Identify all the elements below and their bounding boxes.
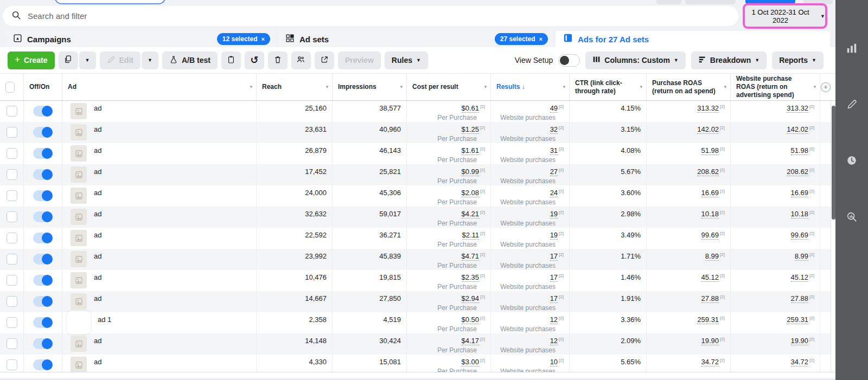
purchase-roas-value[interactable]: 313.32: [697, 104, 719, 113]
results-value[interactable]: 17: [550, 252, 558, 261]
rules-button[interactable]: Rules ▼: [385, 51, 428, 69]
edit-button[interactable]: Edit: [100, 51, 141, 69]
ad-name[interactable]: ad: [94, 231, 101, 239]
ab-test-button[interactable]: A/B test: [162, 51, 218, 69]
ad-name[interactable]: ad: [94, 294, 101, 302]
purchase-roas-value[interactable]: 208.62: [697, 168, 719, 176]
ad-name[interactable]: ad: [94, 168, 101, 176]
inspect-search-icon[interactable]: [846, 211, 858, 225]
ad-active-toggle[interactable]: [33, 127, 53, 138]
tab-ad-sets[interactable]: Ad sets 27 selected ×: [278, 31, 553, 47]
ad-name[interactable]: ad: [94, 125, 101, 133]
results-value[interactable]: 31: [550, 146, 558, 155]
preview-button[interactable]: Preview: [338, 51, 381, 69]
website-roas-value[interactable]: 259.31: [787, 315, 808, 324]
duplicate-options-button[interactable]: ▼: [79, 51, 96, 69]
ad-active-toggle[interactable]: [33, 190, 53, 201]
clear-selection-icon[interactable]: ×: [539, 36, 542, 42]
cost-per-result-value[interactable]: $2.94: [462, 294, 480, 303]
website-roas-value[interactable]: 19.90: [791, 337, 809, 345]
results-value[interactable]: 17: [550, 273, 558, 282]
website-roas-value[interactable]: 16.69: [791, 189, 809, 197]
website-roas-value[interactable]: 10.18: [791, 210, 809, 218]
tab-campaigns[interactable]: Campaigns 12 selected ×: [5, 31, 276, 47]
cost-per-result-value[interactable]: $4.21: [462, 210, 480, 218]
website-roas-value[interactable]: 208.62: [787, 168, 808, 176]
ad-name[interactable]: ad: [94, 104, 101, 112]
website-roas-value[interactable]: 313.32: [787, 104, 808, 113]
results-value[interactable]: 12: [550, 315, 558, 324]
ad-active-toggle[interactable]: [33, 233, 53, 243]
history-clock-icon[interactable]: [846, 154, 858, 169]
ad-active-toggle[interactable]: [33, 148, 53, 159]
website-roas-value[interactable]: 99.69: [791, 231, 809, 240]
column-header-results[interactable]: Results ↓▼: [491, 74, 570, 100]
ad-name[interactable]: ad: [94, 273, 101, 281]
edit-rail-icon[interactable]: [846, 99, 858, 112]
vertical-scrollbar[interactable]: [831, 101, 835, 372]
cost-per-result-value[interactable]: $4.71: [462, 252, 480, 261]
results-value[interactable]: 17: [550, 294, 558, 303]
column-header-impressions[interactable]: Impressions▼: [333, 74, 407, 100]
date-range-selector[interactable]: 1 Oct 2022-31 Oct 2022 ▼: [745, 5, 825, 27]
ad-name[interactable]: ad: [94, 146, 101, 154]
column-header-cost-per-result[interactable]: Cost per result▼: [407, 74, 491, 100]
purchase-roas-value[interactable]: 45.12: [701, 273, 719, 282]
website-roas-value[interactable]: 27.88: [791, 294, 809, 303]
website-roas-value[interactable]: 34.72: [791, 358, 809, 366]
results-value[interactable]: 32: [550, 125, 558, 134]
tab-ads[interactable]: Ads for 27 Ad sets: [556, 31, 830, 47]
ad-name[interactable]: ad: [94, 252, 101, 260]
row-checkbox[interactable]: [7, 317, 17, 328]
columns-button[interactable]: Columns: Custom ▼: [585, 51, 685, 69]
ad-active-toggle[interactable]: [33, 317, 53, 328]
website-roas-value[interactable]: 142.02: [787, 125, 808, 134]
results-value[interactable]: 49: [550, 104, 558, 113]
purchase-roas-value[interactable]: 99.69: [701, 231, 719, 240]
edit-options-button[interactable]: ▼: [142, 51, 158, 69]
purchase-roas-value[interactable]: 27.88: [701, 294, 719, 303]
ad-active-toggle[interactable]: [33, 106, 53, 117]
website-roas-value[interactable]: 51.98: [791, 146, 809, 155]
add-column-icon[interactable]: +: [821, 82, 831, 92]
row-checkbox[interactable]: [7, 190, 17, 201]
ad-active-toggle[interactable]: [33, 254, 53, 265]
ad-name[interactable]: ad 1: [98, 315, 111, 324]
purchase-roas-value[interactable]: 8.99: [705, 252, 719, 261]
ad-active-toggle[interactable]: [33, 211, 53, 222]
cost-per-result-value[interactable]: $3.00: [462, 358, 480, 366]
column-header-reach[interactable]: Reach▼: [257, 74, 333, 100]
clipboard-button[interactable]: [221, 51, 241, 69]
website-roas-value[interactable]: 45.12: [791, 273, 809, 282]
ad-active-toggle[interactable]: [33, 296, 53, 307]
purchase-roas-value[interactable]: 142.02: [697, 125, 719, 134]
purchase-roas-value[interactable]: 19.90: [701, 337, 719, 345]
ad-active-toggle[interactable]: [33, 338, 53, 349]
results-value[interactable]: 27: [550, 168, 558, 176]
cost-per-result-value[interactable]: $4.17: [462, 337, 480, 345]
purchase-roas-value[interactable]: 51.98: [701, 146, 719, 155]
ad-name[interactable]: ad: [94, 337, 101, 345]
row-checkbox[interactable]: [7, 148, 17, 159]
cost-per-result-value[interactable]: $0.99: [462, 168, 480, 176]
cost-per-result-value[interactable]: $2.08: [462, 189, 480, 197]
purchase-roas-value[interactable]: 259.31: [697, 315, 719, 324]
ad-active-toggle[interactable]: [33, 275, 53, 286]
scrollbar-thumb[interactable]: [832, 106, 835, 220]
ad-active-toggle[interactable]: [33, 169, 53, 180]
reports-button[interactable]: Reports ▼: [772, 51, 824, 69]
row-checkbox[interactable]: [7, 254, 17, 265]
row-checkbox[interactable]: [7, 127, 17, 138]
row-checkbox[interactable]: [7, 233, 17, 243]
delete-button[interactable]: [268, 51, 288, 69]
ad-name[interactable]: ad: [94, 358, 101, 366]
export-button[interactable]: [315, 51, 334, 69]
column-header-ad[interactable]: Ad▼: [62, 74, 257, 100]
cost-per-result-value[interactable]: $1.61: [462, 146, 480, 155]
cost-per-result-value[interactable]: $0.50: [462, 315, 480, 324]
audience-button[interactable]: [291, 51, 311, 69]
ad-name[interactable]: ad: [94, 210, 101, 218]
row-checkbox[interactable]: [7, 169, 17, 180]
row-checkbox[interactable]: [7, 211, 17, 222]
column-header-ctr[interactable]: CTR (link click-through rate)▼: [570, 74, 647, 100]
